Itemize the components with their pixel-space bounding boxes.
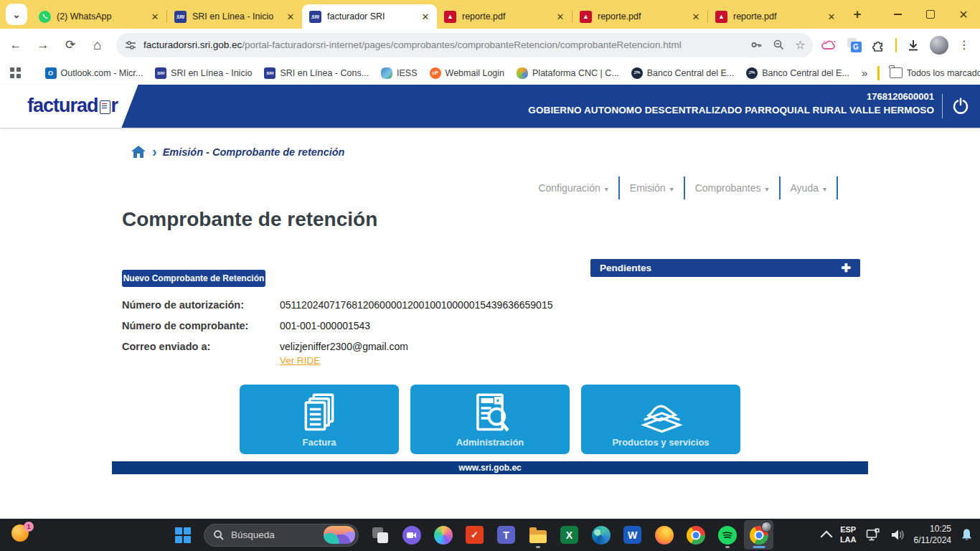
footer-url[interactable]: www.sri.gob.ec <box>458 463 522 473</box>
tab-close-icon[interactable]: ✕ <box>149 11 161 22</box>
facturador-header: facturadr 1768120600001 GOBIERNO AUTONOM… <box>0 85 980 128</box>
excel-icon: X <box>560 526 578 544</box>
header-divider <box>942 94 943 118</box>
tray-chevron-up-icon[interactable] <box>820 530 832 542</box>
folder-icon <box>890 67 903 78</box>
bookmark-label: SRI en Línea - Cons... <box>280 68 369 78</box>
widgets-button[interactable]: 1 <box>11 524 32 545</box>
copilot-button[interactable] <box>428 520 458 550</box>
tab-close-icon[interactable]: ✕ <box>555 11 566 22</box>
bookmark-sri-consultas[interactable]: SRI SRI en Línea - Cons... <box>264 67 369 79</box>
home-button[interactable]: ⌂ <box>86 34 109 57</box>
search-highlight-thumbnail[interactable] <box>324 526 355 544</box>
tab-label: SRI en Línea - Inicio <box>192 11 279 22</box>
excel-button[interactable]: X <box>555 520 584 550</box>
tab-close-icon[interactable]: ✕ <box>285 11 296 22</box>
toolbar-right-icons: G ⋮ <box>821 36 971 55</box>
bookmark-webmail[interactable]: cP Webmail Login <box>430 67 504 79</box>
forward-button[interactable]: → <box>32 34 55 57</box>
menu-label: Configuración <box>538 182 600 194</box>
bookmark-banco-central-1[interactable]: Banco Central del E... <box>631 67 735 79</box>
bookmark-sri-inicio[interactable]: SRI SRI en Línea - Inicio <box>155 67 252 79</box>
bookmark-outlook[interactable]: O Outlook.com - Micr... <box>45 67 143 79</box>
bookmark-iess[interactable]: IESS <box>381 67 418 79</box>
tab-close-icon[interactable]: ✕ <box>690 11 702 22</box>
maximize-button[interactable] <box>914 0 947 29</box>
active-indicator <box>753 546 765 548</box>
ver-ride-link[interactable]: Ver RIDE <box>280 355 320 366</box>
tab-sri-en-linea[interactable]: SRI SRI en Línea - Inicio ✕ <box>167 4 302 29</box>
task-view-button[interactable] <box>365 520 395 550</box>
facturador-logo[interactable]: facturadr <box>27 95 118 117</box>
bookmark-label: Banco Central del E... <box>647 68 735 78</box>
chrome-profile-button-active[interactable] <box>744 520 773 550</box>
tile-factura[interactable]: Factura <box>240 385 399 454</box>
url-text[interactable]: facturadorsri.sri.gob.ec/portal-facturad… <box>143 39 745 50</box>
breadcrumb-text: Emisión - Comprobante de retención <box>163 146 345 158</box>
windows-taskbar: 1 Búsqueda ✓ T X W <box>0 519 980 551</box>
file-explorer-icon <box>529 530 547 543</box>
browser-menu-kebab-icon[interactable]: ⋮ <box>958 38 970 52</box>
notification-bell-icon[interactable] <box>961 528 973 542</box>
close-window-button[interactable]: ✕ <box>947 0 980 29</box>
reload-button[interactable]: ⟳ <box>59 34 82 57</box>
volume-icon[interactable] <box>890 529 905 541</box>
file-explorer-button[interactable] <box>523 520 552 550</box>
bookmark-star-icon[interactable]: ☆ <box>795 38 805 52</box>
passwords-key-icon[interactable] <box>750 38 763 52</box>
home-icon[interactable] <box>131 145 146 159</box>
whatsapp-icon <box>39 11 51 23</box>
tile-administracion[interactable]: Administración <box>410 385 570 454</box>
new-tab-button[interactable]: + <box>847 4 867 24</box>
bookmark-banco-central-2[interactable]: Banco Central del E... <box>746 67 849 79</box>
tab-whatsapp[interactable]: (2) WhatsApp ✕ <box>32 4 166 29</box>
apps-grid-icon[interactable] <box>10 67 21 78</box>
profile-avatar-overlay <box>761 522 772 532</box>
tab-facturador-sri-active[interactable]: SRI facturador SRI ✕ <box>302 4 437 29</box>
theme-cloud-extension-icon[interactable] <box>821 39 837 52</box>
downloads-icon[interactable] <box>907 39 920 52</box>
cnc-icon <box>517 67 528 79</box>
zoom-out-icon[interactable] <box>773 38 785 52</box>
tab-reporte-pdf-2[interactable]: ▲ reporte.pdf ✕ <box>573 4 707 29</box>
pendientes-panel-header[interactable]: Pendientes ✚ <box>590 259 860 277</box>
tab-close-icon[interactable]: ✕ <box>826 11 837 22</box>
minimize-button[interactable] <box>881 0 914 29</box>
menu-ayuda[interactable]: Ayuda▾ <box>781 176 838 199</box>
extensions-puzzle-icon[interactable] <box>872 38 885 52</box>
pdf-editor-button[interactable]: ✓ <box>460 520 489 550</box>
chrome-button[interactable] <box>681 520 710 550</box>
clock[interactable]: 10:25 6/11/2024 <box>914 524 952 546</box>
pendientes-title: Pendientes <box>600 263 651 273</box>
edge-button[interactable] <box>586 520 616 550</box>
edge-icon <box>592 526 611 545</box>
menu-configuracion[interactable]: Configuración▾ <box>528 176 619 199</box>
tab-close-icon[interactable]: ✕ <box>420 11 431 22</box>
teams-button[interactable]: T <box>491 520 521 550</box>
chat-app-button[interactable] <box>397 520 426 550</box>
new-retention-voucher-button[interactable]: Nuevo Comprobante de Retención <box>122 270 265 287</box>
bookmark-cnc[interactable]: Plataforma CNC | C... <box>517 67 619 79</box>
translate-icon[interactable]: G <box>847 38 862 52</box>
logout-power-button[interactable] <box>950 95 971 117</box>
spotify-button[interactable] <box>712 520 742 550</box>
network-icon[interactable] <box>866 528 881 542</box>
menu-emision[interactable]: Emisión▾ <box>620 176 685 199</box>
taskbar-search-box[interactable]: Búsqueda <box>204 524 359 547</box>
start-button[interactable] <box>168 520 197 550</box>
expand-plus-icon[interactable]: ✚ <box>842 263 851 274</box>
language-indicator[interactable]: ESP LAA <box>840 525 857 545</box>
tab-reporte-pdf-1[interactable]: ▲ reporte.pdf ✕ <box>437 4 572 29</box>
site-info-icon[interactable] <box>125 39 136 51</box>
back-button[interactable]: ← <box>4 34 27 57</box>
tile-productos-servicios[interactable]: Productos y servicios <box>581 385 740 454</box>
address-bar[interactable]: facturadorsri.sri.gob.ec/portal-facturad… <box>116 33 813 57</box>
all-bookmarks-folder[interactable]: Todos los marcadores <box>890 67 980 78</box>
bookmarks-overflow-button[interactable]: » <box>862 67 867 79</box>
tab-search-button[interactable]: ⌄ <box>6 4 27 25</box>
profile-avatar[interactable] <box>930 36 948 55</box>
firefox-button[interactable] <box>649 520 679 550</box>
tab-reporte-pdf-3[interactable]: ▲ reporte.pdf ✕ <box>708 4 843 29</box>
menu-comprobantes[interactable]: Comprobantes▾ <box>685 176 781 199</box>
word-button[interactable]: W <box>618 520 647 550</box>
